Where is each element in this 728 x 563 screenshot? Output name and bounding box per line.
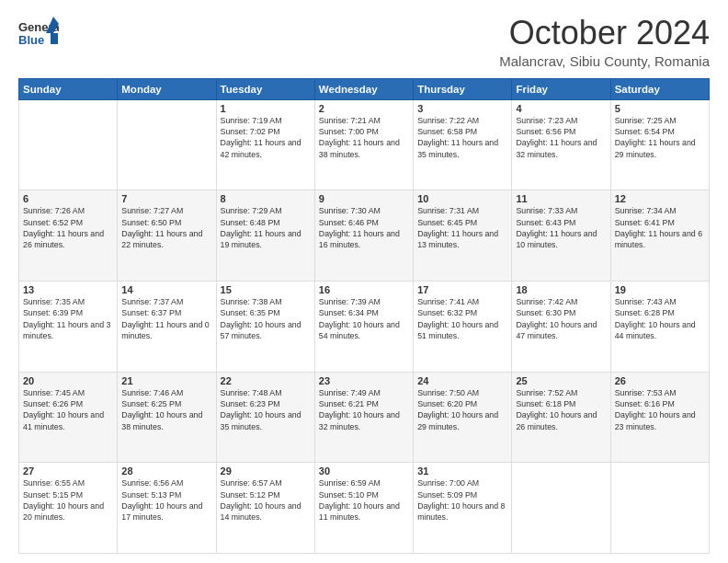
day-number: 28 [121,465,211,477]
day-number: 25 [516,375,606,386]
day-content: Sunrise: 7:19 AM Sunset: 7:02 PM Dayligh… [221,115,311,160]
table-row: 25Sunrise: 7:52 AM Sunset: 6:18 PM Dayli… [512,372,610,463]
table-row: 28Sunrise: 6:56 AM Sunset: 5:13 PM Dayli… [118,463,216,554]
day-number: 12 [615,193,705,204]
day-content: Sunrise: 7:26 AM Sunset: 6:52 PM Dayligh… [23,205,113,250]
location: Malancrav, Sibiu County, Romania [499,53,710,69]
table-row: 5Sunrise: 7:25 AM Sunset: 6:54 PM Daylig… [610,99,709,190]
day-content: Sunrise: 7:30 AM Sunset: 6:46 PM Dayligh… [319,205,409,250]
day-number: 24 [417,375,507,386]
day-content: Sunrise: 7:31 AM Sunset: 6:45 PM Dayligh… [417,205,507,250]
table-row: 9Sunrise: 7:30 AM Sunset: 6:46 PM Daylig… [314,190,413,282]
day-number: 4 [516,103,606,114]
day-content: Sunrise: 7:41 AM Sunset: 6:32 PM Dayligh… [417,296,507,341]
day-content: Sunrise: 7:50 AM Sunset: 6:20 PM Dayligh… [417,387,507,432]
table-row: 3Sunrise: 7:22 AM Sunset: 6:58 PM Daylig… [414,99,512,190]
day-content: Sunrise: 7:00 AM Sunset: 5:09 PM Dayligh… [417,477,507,523]
day-content: Sunrise: 7:49 AM Sunset: 6:21 PM Dayligh… [319,387,409,432]
day-number: 31 [417,465,507,477]
table-row: 14Sunrise: 7:37 AM Sunset: 6:37 PM Dayli… [118,281,216,372]
day-content: Sunrise: 6:59 AM Sunset: 5:10 PM Dayligh… [319,477,409,523]
table-row: 21Sunrise: 7:46 AM Sunset: 6:25 PM Dayli… [118,372,216,463]
col-sunday: Sunday [19,78,118,99]
day-content: Sunrise: 7:45 AM Sunset: 6:26 PM Dayligh… [23,387,113,432]
table-row: 30Sunrise: 6:59 AM Sunset: 5:10 PM Dayli… [314,463,413,554]
table-row: 12Sunrise: 7:34 AM Sunset: 6:41 PM Dayli… [610,190,709,282]
table-row [512,463,610,554]
day-number: 20 [23,375,113,386]
day-content: Sunrise: 7:39 AM Sunset: 6:34 PM Dayligh… [319,296,409,341]
day-number: 13 [23,284,113,295]
col-friday: Friday [512,78,610,99]
day-content: Sunrise: 6:55 AM Sunset: 5:15 PM Dayligh… [23,477,113,523]
day-content: Sunrise: 7:35 AM Sunset: 6:39 PM Dayligh… [23,296,113,341]
calendar-week-row: 13Sunrise: 7:35 AM Sunset: 6:39 PM Dayli… [19,281,710,372]
day-content: Sunrise: 7:38 AM Sunset: 6:35 PM Dayligh… [221,296,311,341]
day-number: 6 [23,193,113,204]
table-row: 10Sunrise: 7:31 AM Sunset: 6:45 PM Dayli… [414,190,512,282]
day-content: Sunrise: 7:27 AM Sunset: 6:50 PM Dayligh… [121,205,211,250]
table-row: 8Sunrise: 7:29 AM Sunset: 6:48 PM Daylig… [216,190,314,282]
day-number: 30 [319,465,409,477]
table-row [610,463,709,554]
table-row: 26Sunrise: 7:53 AM Sunset: 6:16 PM Dayli… [610,372,709,463]
day-number: 22 [221,375,311,386]
table-row: 29Sunrise: 6:57 AM Sunset: 5:12 PM Dayli… [216,463,314,554]
table-row: 4Sunrise: 7:23 AM Sunset: 6:56 PM Daylig… [512,99,610,190]
day-number: 18 [516,284,606,295]
title-area: October 2024 Malancrav, Sibiu County, Ro… [499,15,710,69]
day-number: 11 [516,193,606,204]
day-number: 26 [615,375,705,386]
table-row: 20Sunrise: 7:45 AM Sunset: 6:26 PM Dayli… [19,372,118,463]
table-row: 13Sunrise: 7:35 AM Sunset: 6:39 PM Dayli… [19,281,118,372]
table-row: 18Sunrise: 7:42 AM Sunset: 6:30 PM Dayli… [512,281,610,372]
table-row: 22Sunrise: 7:48 AM Sunset: 6:23 PM Dayli… [216,372,314,463]
day-content: Sunrise: 7:22 AM Sunset: 6:58 PM Dayligh… [417,115,507,160]
table-row: 1Sunrise: 7:19 AM Sunset: 7:02 PM Daylig… [216,99,314,190]
day-number: 2 [319,103,409,114]
table-row: 23Sunrise: 7:49 AM Sunset: 6:21 PM Dayli… [314,372,413,463]
month-title: October 2024 [499,15,710,52]
page: General Blue October 2024 Malancrav, Sib… [0,0,728,563]
table-row: 7Sunrise: 7:27 AM Sunset: 6:50 PM Daylig… [118,190,216,282]
day-number: 27 [23,465,113,477]
day-content: Sunrise: 6:56 AM Sunset: 5:13 PM Dayligh… [121,477,211,523]
day-number: 9 [319,193,409,204]
day-number: 10 [417,193,507,204]
calendar-header-row: Sunday Monday Tuesday Wednesday Thursday… [19,78,710,99]
day-content: Sunrise: 7:23 AM Sunset: 6:56 PM Dayligh… [516,115,606,160]
day-number: 8 [221,193,311,204]
day-number: 1 [221,103,311,114]
table-row [19,99,118,190]
table-row: 15Sunrise: 7:38 AM Sunset: 6:35 PM Dayli… [216,281,314,372]
day-number: 16 [319,284,409,295]
calendar-week-row: 1Sunrise: 7:19 AM Sunset: 7:02 PM Daylig… [19,99,710,190]
table-row: 24Sunrise: 7:50 AM Sunset: 6:20 PM Dayli… [414,372,512,463]
day-number: 3 [417,103,507,114]
day-content: Sunrise: 7:43 AM Sunset: 6:28 PM Dayligh… [615,296,705,341]
day-number: 23 [319,375,409,386]
table-row: 19Sunrise: 7:43 AM Sunset: 6:28 PM Dayli… [610,281,709,372]
day-number: 5 [615,103,705,114]
calendar-week-row: 27Sunrise: 6:55 AM Sunset: 5:15 PM Dayli… [19,463,710,554]
col-monday: Monday [118,78,216,99]
day-content: Sunrise: 7:29 AM Sunset: 6:48 PM Dayligh… [221,205,311,250]
day-number: 19 [615,284,705,295]
calendar-week-row: 6Sunrise: 7:26 AM Sunset: 6:52 PM Daylig… [19,190,710,282]
svg-text:Blue: Blue [18,33,44,47]
day-content: Sunrise: 7:33 AM Sunset: 6:43 PM Dayligh… [516,205,606,250]
col-wednesday: Wednesday [314,78,413,99]
col-saturday: Saturday [610,78,709,99]
day-number: 21 [121,375,211,386]
day-number: 17 [417,284,507,295]
day-number: 7 [121,193,211,204]
logo: General Blue [18,15,59,55]
day-content: Sunrise: 6:57 AM Sunset: 5:12 PM Dayligh… [221,477,311,523]
header: General Blue October 2024 Malancrav, Sib… [18,15,710,69]
day-content: Sunrise: 7:46 AM Sunset: 6:25 PM Dayligh… [121,387,211,432]
day-content: Sunrise: 7:25 AM Sunset: 6:54 PM Dayligh… [615,115,705,160]
day-content: Sunrise: 7:34 AM Sunset: 6:41 PM Dayligh… [615,205,705,250]
table-row [118,99,216,190]
table-row: 16Sunrise: 7:39 AM Sunset: 6:34 PM Dayli… [314,281,413,372]
day-content: Sunrise: 7:52 AM Sunset: 6:18 PM Dayligh… [516,387,606,432]
